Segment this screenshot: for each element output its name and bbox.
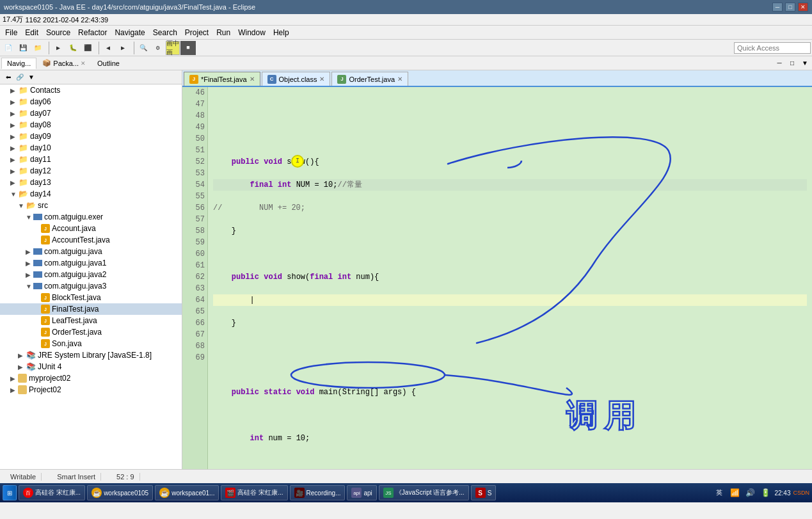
- sidebar-item-accounttest[interactable]: J AccountTest.java: [0, 234, 182, 246]
- sidebar-item-ordertest[interactable]: J OrderTest.java: [0, 326, 182, 338]
- sidebar-item-java3[interactable]: ▼ com.atguigu.java3: [0, 280, 182, 292]
- sidebar-item-day08[interactable]: ▶ 📁 day08: [0, 119, 182, 131]
- view-maximize-button[interactable]: □: [786, 58, 798, 69]
- sidebar-item-java2[interactable]: ▶ com.atguigu.java2: [0, 269, 182, 280]
- tab-ordertest[interactable]: J OrderTest.java ✕: [331, 72, 408, 86]
- start-button[interactable]: ⊞: [3, 485, 17, 500]
- sidebar-item-day14[interactable]: ▼ 📂 day14: [0, 188, 182, 200]
- sidebar-item-day06[interactable]: ▶ 📁 day06: [0, 96, 182, 108]
- sidebar-item-leaftest[interactable]: J LeafTest.java: [0, 315, 182, 326]
- tab-finaltest[interactable]: J *FinalTest.java ✕: [184, 72, 260, 86]
- toolbar-draw1[interactable]: 画中画: [166, 41, 180, 55]
- lang-icon[interactable]: 英: [713, 486, 726, 499]
- menu-source[interactable]: Source: [42, 27, 74, 38]
- sidebar-item-son[interactable]: J Son.java: [0, 338, 182, 349]
- lib-icon: 📚: [26, 362, 36, 371]
- sidebar-item-day11[interactable]: ▶ 📁 day11: [0, 154, 182, 165]
- sidebar-item-day13[interactable]: ▶ 📁 day13: [0, 177, 182, 188]
- toolbar-sep2: [97, 42, 99, 54]
- arrow-icon: ▶: [10, 87, 18, 94]
- insert-mode-status: Smart Insert: [52, 473, 101, 481]
- battery-icon[interactable]: 🔋: [759, 486, 772, 499]
- view-close-icon[interactable]: ✕: [81, 60, 86, 67]
- sidebar-item-jre[interactable]: ▶ 📚 JRE System Library [JavaSE-1.8]: [0, 349, 182, 361]
- sidebar-item-label: day07: [30, 109, 51, 118]
- video-icon: 🎬: [225, 488, 235, 498]
- sidebar-item-myproject02[interactable]: ▶ myproject02: [0, 372, 182, 384]
- collapse-all-button[interactable]: ⬅: [3, 72, 14, 83]
- taskbar-btn-baidu[interactable]: 百 高硅谷 宋红康...: [19, 485, 85, 500]
- view-menu-button[interactable]: ▼: [799, 58, 811, 69]
- cursor-dot: I: [291, 155, 304, 168]
- tab-close-button[interactable]: ✕: [319, 76, 324, 83]
- taskbar-btn-recording[interactable]: 🎥 Recording...: [290, 485, 346, 500]
- menu-edit[interactable]: Edit: [21, 27, 42, 38]
- toolbar-back[interactable]: ◀: [101, 41, 115, 55]
- menu-search[interactable]: Search: [149, 27, 181, 38]
- java-file-icon: J: [41, 339, 50, 348]
- view-tab-packages[interactable]: 📦 Packa... ✕: [36, 57, 92, 69]
- folder-icon: 📁: [18, 120, 28, 129]
- minimize-button[interactable]: ─: [772, 3, 783, 12]
- view-tab-navigator[interactable]: Navig...: [1, 58, 36, 69]
- toolbar-settings[interactable]: ⚙: [151, 41, 165, 55]
- lib-icon: 📚: [26, 351, 36, 360]
- sidebar-item-label: day08: [30, 120, 51, 129]
- arrow-icon: [33, 237, 41, 244]
- menu-run[interactable]: Run: [212, 27, 234, 38]
- taskbar-btn-workspace1[interactable]: ☕ workspace0105: [87, 485, 153, 500]
- menu-window[interactable]: Window: [234, 27, 269, 38]
- taskbar-btn-api[interactable]: api api: [347, 485, 376, 500]
- view-minimize-button[interactable]: ─: [774, 58, 785, 69]
- menu-refactor[interactable]: Refactor: [74, 27, 111, 38]
- sidebar-item-day12[interactable]: ▶ 📁 day12: [0, 165, 182, 177]
- toolbar-save[interactable]: 💾: [16, 41, 30, 55]
- tab-label: Object.class: [279, 76, 317, 83]
- sidebar-item-junit[interactable]: ▶ 📚 JUnit 4: [0, 361, 182, 372]
- toolbar-forward[interactable]: ▶: [116, 41, 130, 55]
- sidebar-item-day07[interactable]: ▶ 📁 day07: [0, 108, 182, 119]
- menu-navigate[interactable]: Navigate: [111, 27, 148, 38]
- tab-close-button[interactable]: ✕: [397, 76, 402, 83]
- sidebar-item-src[interactable]: ▼ 📂 src: [0, 200, 182, 211]
- toolbar-draw2[interactable]: ■: [180, 41, 196, 55]
- sysinfo-bar: 17.4万 1162 2021-02-04 22:43:39: [0, 14, 812, 26]
- taskbar-btn-s[interactable]: S S: [471, 485, 497, 500]
- menu-file[interactable]: File: [1, 27, 21, 38]
- taskbar-btn-video1[interactable]: 🎬 高硅谷 宋红康...: [221, 485, 287, 500]
- view-tab-outline[interactable]: Outline: [92, 58, 125, 69]
- link-editor-button[interactable]: 🔗: [14, 72, 26, 83]
- close-button[interactable]: ✕: [798, 3, 808, 12]
- taskbar-btn-js[interactable]: JS 《JavaScript 语言参考...: [379, 485, 469, 500]
- volume-icon[interactable]: 🔊: [744, 486, 756, 499]
- sidebar-item-contacts[interactable]: ▶ 📁 Contacts: [0, 84, 182, 96]
- sidebar-item-day09[interactable]: ▶ 📁 day09: [0, 131, 182, 142]
- sidebar-item-java[interactable]: ▶ com.atguigu.java: [0, 246, 182, 257]
- sidebar-item-exer[interactable]: ▼ com.atguigu.exer: [0, 211, 182, 223]
- quick-access-input[interactable]: [734, 42, 811, 54]
- sidebar-item-project02[interactable]: ▶ Project02: [0, 384, 182, 395]
- sidebar-item-java1[interactable]: ▶ com.atguigu.java1: [0, 257, 182, 269]
- tab-close-button[interactable]: ✕: [250, 76, 255, 83]
- tab-object[interactable]: C Object.class ✕: [262, 72, 331, 86]
- network-icon[interactable]: 📶: [728, 486, 741, 499]
- toolbar-new[interactable]: 📄: [1, 41, 15, 55]
- code-editor[interactable]: 调 用 I public void show(){ final int NUM …: [208, 87, 812, 469]
- view-menu-button2[interactable]: ▼: [26, 72, 37, 83]
- maximize-button[interactable]: □: [785, 3, 795, 12]
- taskbar-label: 高硅谷 宋红康...: [35, 488, 81, 497]
- toolbar-debug[interactable]: 🐛: [66, 41, 80, 55]
- taskbar-btn-workspace2[interactable]: ☕ workspace01...: [155, 485, 219, 500]
- sidebar-item-finaltest[interactable]: J FinalTest.java: [0, 303, 182, 315]
- toolbar-stop[interactable]: ⬛: [81, 41, 95, 55]
- sidebar-item-account[interactable]: J Account.java: [0, 223, 182, 234]
- s-icon: S: [475, 488, 486, 498]
- sidebar-item-day10[interactable]: ▶ 📁 day10: [0, 142, 182, 154]
- toolbar-run[interactable]: ▶: [51, 41, 65, 55]
- toolbar-search[interactable]: 🔍: [136, 41, 150, 55]
- sidebar-item-blocktest[interactable]: J BlockTest.java: [0, 292, 182, 303]
- menu-help[interactable]: Help: [269, 27, 293, 38]
- package-icon: [33, 283, 42, 289]
- toolbar-save-all[interactable]: 📁: [31, 41, 45, 55]
- menu-project[interactable]: Project: [181, 27, 212, 38]
